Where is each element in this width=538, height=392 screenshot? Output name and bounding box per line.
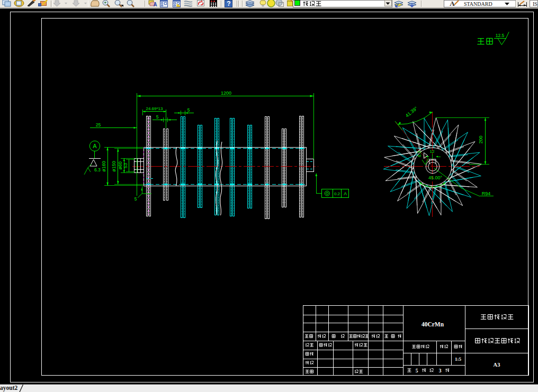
svg-text:A: A [93, 143, 97, 149]
svg-text:ø60: ø60 [118, 161, 123, 170]
svg-text:12.5: 12.5 [496, 33, 505, 38]
svg-text:5: 5 [156, 114, 159, 120]
svg-text:53: 53 [123, 163, 128, 168]
svg-text:1:5: 1:5 [455, 357, 461, 362]
svg-text:6.3: 6.3 [94, 167, 101, 172]
svg-text:1200: 1200 [221, 90, 231, 96]
svg-text:40CrMn: 40CrMn [422, 321, 444, 327]
svg-text:45.00°: 45.00° [428, 175, 443, 180]
svg-text:3: 3 [439, 368, 442, 373]
svg-text:5: 5 [416, 368, 418, 373]
svg-text:STANDARD: STANDARD [464, 1, 492, 7]
svg-text:A3: A3 [494, 362, 500, 368]
svg-text:A: A [450, 0, 455, 7]
svg-text:A: A [153, 2, 157, 7]
svg-text:A: A [344, 191, 347, 196]
svg-text:25: 25 [96, 122, 101, 127]
svg-text:0.2: 0.2 [334, 192, 340, 196]
svg-text:IS: IS [533, 1, 537, 7]
svg-text:ayout2: ayout2 [0, 385, 17, 391]
svg-text:24.69*13: 24.69*13 [146, 106, 163, 111]
svg-text:12: 12 [430, 149, 435, 154]
svg-text:ø150: ø150 [111, 161, 116, 172]
svg-text:5: 5 [187, 107, 190, 113]
svg-text:ø160: ø160 [101, 161, 106, 172]
svg-text:200: 200 [478, 135, 483, 143]
svg-text:6.3: 6.3 [417, 151, 422, 157]
svg-text:5: 5 [134, 196, 137, 202]
svg-text:?: ? [227, 0, 230, 7]
svg-text:R94: R94 [482, 191, 491, 196]
